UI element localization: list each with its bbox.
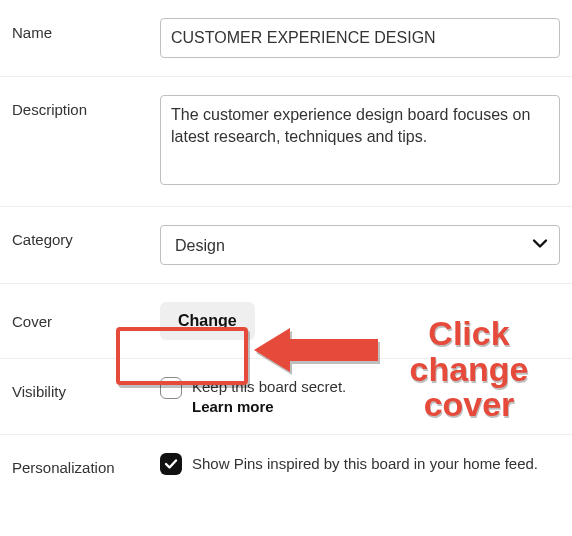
- label-cover: Cover: [12, 313, 160, 330]
- label-personalization: Personalization: [12, 453, 160, 476]
- field-personalization: Show Pins inspired by this board in your…: [160, 453, 560, 475]
- name-input[interactable]: [160, 18, 560, 58]
- field-category: Design: [160, 225, 560, 265]
- category-select[interactable]: Design: [160, 225, 560, 265]
- field-name: [160, 18, 560, 58]
- field-visibility: Keep this board secret. Learn more: [160, 377, 560, 416]
- description-textarea[interactable]: The customer experience design board foc…: [160, 95, 560, 185]
- label-description: Description: [12, 95, 160, 118]
- check-icon: [164, 457, 178, 471]
- personalization-text: Show Pins inspired by this board in your…: [192, 454, 538, 474]
- visibility-text-wrap: Keep this board secret. Learn more: [192, 377, 346, 416]
- row-name: Name: [0, 0, 572, 77]
- row-category: Category Design: [0, 207, 572, 284]
- category-select-wrap: Design: [160, 225, 560, 265]
- change-cover-button[interactable]: Change: [160, 302, 255, 340]
- row-personalization: Personalization Show Pins inspired by th…: [0, 435, 572, 494]
- visibility-checkbox[interactable]: [160, 377, 182, 399]
- label-category: Category: [12, 225, 160, 248]
- personalization-check-row: Show Pins inspired by this board in your…: [160, 453, 560, 475]
- row-cover: Cover Change: [0, 284, 572, 359]
- label-name: Name: [12, 18, 160, 41]
- row-visibility: Visibility Keep this board secret. Learn…: [0, 359, 572, 435]
- learn-more-link[interactable]: Learn more: [192, 397, 346, 417]
- field-cover: Change: [160, 302, 560, 340]
- label-visibility: Visibility: [12, 377, 160, 400]
- row-description: Description The customer experience desi…: [0, 77, 572, 207]
- field-description: The customer experience design board foc…: [160, 95, 560, 188]
- visibility-check-row: Keep this board secret. Learn more: [160, 377, 560, 416]
- visibility-text: Keep this board secret.: [192, 378, 346, 395]
- personalization-checkbox[interactable]: [160, 453, 182, 475]
